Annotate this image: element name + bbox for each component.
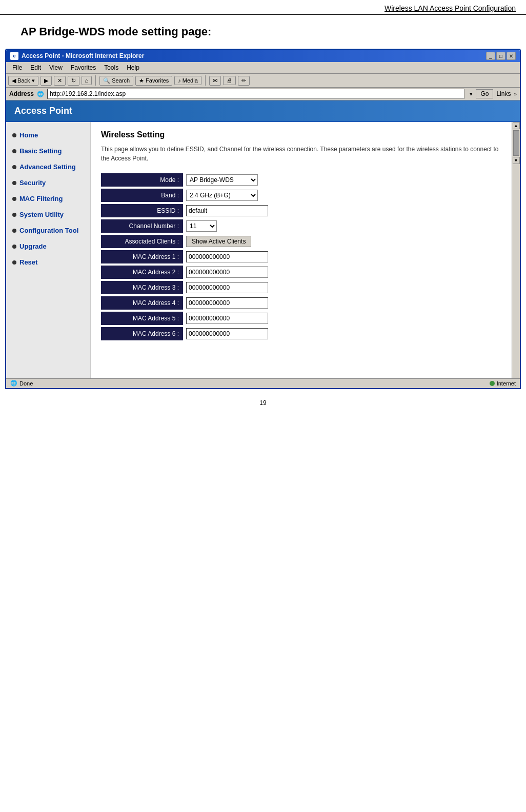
input-mac2[interactable] xyxy=(186,267,268,278)
address-icon: 🌐 xyxy=(37,91,44,97)
toolbar: ◀ Back ▾ ▶ ✕ ↻ ⌂ 🔍 Search ★ Favorites ♪ … xyxy=(6,74,520,88)
input-mac1[interactable] xyxy=(186,251,268,262)
menu-help[interactable]: Help xyxy=(123,63,144,72)
sidebar-item-reset[interactable]: Reset xyxy=(6,254,90,270)
minimize-button[interactable]: _ xyxy=(486,52,495,60)
label-mac4: MAC Address 4 : xyxy=(101,296,183,310)
favorites-button[interactable]: ★ Favorites xyxy=(135,76,172,86)
close-button[interactable]: ✕ xyxy=(507,52,516,60)
field-channel: Channel Number : 11 xyxy=(101,219,501,233)
label-band: Band : xyxy=(101,189,183,202)
scroll-down[interactable]: ▼ xyxy=(513,157,520,164)
select-mode[interactable]: AP Bridge-WDS xyxy=(186,174,258,186)
show-active-clients-button[interactable]: Show Active Clients xyxy=(186,236,251,247)
select-band[interactable]: 2.4 GHz (B+G) xyxy=(186,190,258,201)
browser-window: e Access Point - Microsoft Internet Expl… xyxy=(5,49,521,389)
ap-header: Access Point xyxy=(6,100,520,122)
bullet-advanced-setting xyxy=(12,165,16,169)
sidebar-item-basic-setting[interactable]: Basic Setting xyxy=(6,143,90,159)
bullet-home xyxy=(12,133,16,137)
bullet-mac-filtering xyxy=(12,197,16,201)
value-mac3 xyxy=(183,281,271,294)
status-text: Done xyxy=(19,380,33,387)
sidebar-item-home[interactable]: Home xyxy=(6,127,90,143)
stop-button[interactable]: ✕ xyxy=(54,76,66,86)
search-button[interactable]: 🔍 Search xyxy=(99,76,133,86)
sidebar: Home Basic Setting Advanced Setting Secu… xyxy=(6,122,91,378)
links-button[interactable]: Links xyxy=(496,90,511,97)
sidebar-item-security[interactable]: Security xyxy=(6,175,90,191)
sidebar-label-home: Home xyxy=(19,131,38,139)
field-mac5: MAC Address 5 : xyxy=(101,312,501,325)
sidebar-item-configuration-tool[interactable]: Configuration Tool xyxy=(6,222,90,238)
forward-button[interactable]: ▶ xyxy=(41,76,52,86)
page-footer: 19 xyxy=(0,399,526,407)
sidebar-item-upgrade[interactable]: Upgrade xyxy=(6,238,90,254)
address-label: Address xyxy=(9,90,34,97)
toolbar-sep1 xyxy=(95,75,96,86)
ap-header-text: Access Point xyxy=(14,106,72,116)
address-bar: Address 🌐 ▾ Go Links » xyxy=(6,88,520,100)
label-mac5: MAC Address 5 : xyxy=(101,312,183,325)
sidebar-label-configuration-tool: Configuration Tool xyxy=(19,227,78,234)
input-essid[interactable] xyxy=(186,205,268,216)
sidebar-item-mac-filtering[interactable]: MAC Filtering xyxy=(6,191,90,207)
value-band: 2.4 GHz (B+G) xyxy=(183,189,261,202)
menu-tools[interactable]: Tools xyxy=(100,63,123,72)
value-mac2 xyxy=(183,266,271,279)
scroll-up[interactable]: ▲ xyxy=(513,122,520,129)
status-left: 🌐 Done xyxy=(10,380,33,387)
bullet-system-utility xyxy=(12,213,16,217)
select-channel[interactable]: 11 xyxy=(186,220,217,232)
label-mac2: MAC Address 2 : xyxy=(101,266,183,279)
arrow-icon: ▾ xyxy=(470,91,473,97)
main-content: Wireless Setting This page allows you to… xyxy=(91,122,512,378)
value-essid xyxy=(183,204,271,217)
field-mac6: MAC Address 6 : xyxy=(101,327,501,340)
input-mac6[interactable] xyxy=(186,328,268,339)
input-mac4[interactable] xyxy=(186,297,268,309)
toolbar-sep2 xyxy=(205,75,206,86)
bullet-security xyxy=(12,181,16,185)
menu-edit[interactable]: Edit xyxy=(26,63,45,72)
input-mac3[interactable] xyxy=(186,282,268,293)
home-button[interactable]: ⌂ xyxy=(82,76,92,85)
back-button[interactable]: ◀ Back ▾ xyxy=(8,76,38,86)
input-mac5[interactable] xyxy=(186,313,268,324)
bullet-upgrade xyxy=(12,245,16,249)
status-bar: 🌐 Done Internet xyxy=(6,378,520,388)
menu-view[interactable]: View xyxy=(45,63,67,72)
status-icon: 🌐 xyxy=(10,380,17,387)
bullet-configuration-tool xyxy=(12,229,16,233)
page-number: 19 xyxy=(259,399,266,407)
menu-file[interactable]: File xyxy=(8,63,26,72)
internet-indicator: Internet xyxy=(490,380,516,387)
value-mac4 xyxy=(183,296,271,310)
value-mode: AP Bridge-WDS xyxy=(183,173,261,187)
address-input[interactable] xyxy=(47,89,464,99)
sidebar-label-reset: Reset xyxy=(19,258,37,266)
restore-button[interactable]: □ xyxy=(496,52,505,60)
field-essid: ESSID : xyxy=(101,204,501,217)
field-mac3: MAC Address 3 : xyxy=(101,281,501,294)
value-channel: 11 xyxy=(183,219,220,233)
sidebar-label-system-utility: System Utility xyxy=(19,211,64,218)
media-button[interactable]: ♪ Media xyxy=(174,76,201,85)
sidebar-item-advanced-setting[interactable]: Advanced Setting xyxy=(6,159,90,175)
bullet-reset xyxy=(12,260,16,265)
header-text: Wireless LAN Access Point Configuration xyxy=(385,4,516,12)
internet-label: Internet xyxy=(497,380,516,387)
scrollbar: ▲ ▼ xyxy=(512,122,520,378)
browser-title: Access Point - Microsoft Internet Explor… xyxy=(22,52,144,59)
menu-favorites[interactable]: Favorites xyxy=(67,63,100,72)
scroll-thumb[interactable] xyxy=(513,130,519,156)
title-bar-controls: _ □ ✕ xyxy=(486,52,516,60)
sidebar-item-system-utility[interactable]: System Utility xyxy=(6,207,90,222)
mail-button[interactable]: ✉ xyxy=(209,76,221,86)
title-bar-left: e Access Point - Microsoft Internet Expl… xyxy=(10,52,144,60)
print-button[interactable]: 🖨 xyxy=(223,76,236,85)
go-button[interactable]: Go xyxy=(476,89,493,98)
sidebar-label-basic-setting: Basic Setting xyxy=(19,147,62,155)
refresh-button[interactable]: ↻ xyxy=(68,76,79,86)
edit-btn[interactable]: ✏ xyxy=(238,76,250,86)
